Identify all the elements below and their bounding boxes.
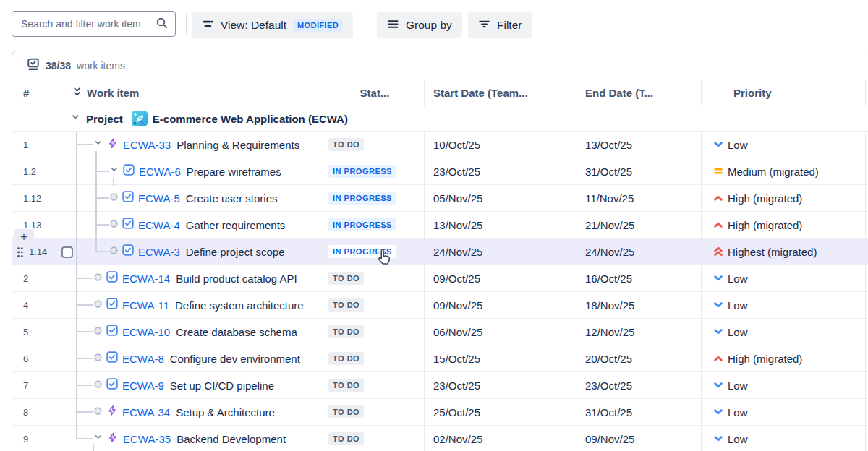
work-item-key-link[interactable]: ECWA-8 xyxy=(122,353,164,365)
status-cell[interactable]: TO DO xyxy=(325,265,424,291)
work-item-summary[interactable]: Create user stories xyxy=(186,192,278,205)
add-row-button[interactable]: + xyxy=(14,229,34,245)
status-cell[interactable]: TO DO xyxy=(325,292,424,318)
project-group-row[interactable]: Project E-commerce Web Application (ECWA… xyxy=(12,106,868,132)
status-badge[interactable]: TO DO xyxy=(328,325,364,338)
status-cell[interactable]: TO DO xyxy=(325,319,424,345)
status-cell[interactable]: TO DO xyxy=(325,426,424,451)
end-date-cell[interactable]: 12/Nov/25 xyxy=(576,319,701,345)
status-badge[interactable]: IN PROGRESS xyxy=(328,218,396,231)
work-item-key-link[interactable]: ECWA-5 xyxy=(138,192,180,205)
end-date-cell[interactable]: 20/Oct/25 xyxy=(576,345,701,371)
status-cell[interactable]: IN PROGRESS xyxy=(325,185,424,211)
work-item-summary[interactable]: Gather requirements xyxy=(186,219,286,231)
table-row[interactable]: 1.14ECWA-3Define project scopeIN PROGRES… xyxy=(12,239,868,265)
status-badge[interactable]: TO DO xyxy=(328,405,364,418)
status-cell[interactable]: IN PROGRESS xyxy=(325,158,424,184)
column-header-start-date[interactable]: Start Date (Team... xyxy=(424,80,576,106)
work-item-summary[interactable]: Prepare wireframes xyxy=(187,166,281,178)
status-badge[interactable]: TO DO xyxy=(328,272,364,285)
work-item-key-link[interactable]: ECWA-10 xyxy=(122,326,170,338)
work-item-key-link[interactable]: ECWA-6 xyxy=(139,166,181,178)
work-item-key-link[interactable]: ECWA-34 xyxy=(122,406,170,418)
column-header-end-date[interactable]: End Date (T... xyxy=(576,80,701,106)
priority-cell[interactable]: High (migrated) xyxy=(701,185,865,211)
end-date-cell[interactable]: 31/Oct/25 xyxy=(576,158,701,184)
status-badge[interactable]: TO DO xyxy=(328,432,364,445)
status-badge[interactable]: IN PROGRESS xyxy=(328,245,396,258)
priority-cell[interactable]: Low xyxy=(701,426,865,451)
end-date-cell[interactable]: 23/Oct/25 xyxy=(576,372,701,398)
status-cell[interactable]: IN PROGRESS xyxy=(325,239,424,265)
table-row[interactable]: 5ECWA-10Create database schemaTO DO06/No… xyxy=(12,319,868,345)
expander-chevron-down-icon[interactable] xyxy=(109,165,119,178)
priority-cell[interactable]: Low xyxy=(701,265,865,291)
start-date-cell[interactable]: 10/Oct/25 xyxy=(424,132,576,158)
start-date-cell[interactable]: 02/Nov/25 xyxy=(424,426,576,451)
search-input[interactable] xyxy=(21,18,156,30)
work-item-summary[interactable]: Create database schema xyxy=(176,326,297,338)
expander-chevron-down-icon[interactable] xyxy=(93,138,103,151)
work-item-key-link[interactable]: ECWA-35 xyxy=(123,433,171,445)
work-item-key-link[interactable]: ECWA-9 xyxy=(122,379,164,392)
end-date-cell[interactable]: 31/Oct/25 xyxy=(576,399,701,425)
start-date-cell[interactable]: 23/Oct/25 xyxy=(424,372,576,398)
priority-cell[interactable]: Low xyxy=(701,399,865,425)
column-header-status[interactable]: Stat... xyxy=(325,80,424,106)
row-select-checkbox[interactable] xyxy=(61,246,73,258)
status-badge[interactable]: TO DO xyxy=(328,138,364,151)
start-date-cell[interactable]: 05/Nov/25 xyxy=(424,185,576,211)
table-row[interactable]: 4ECWA-11Define system architectureTO DO0… xyxy=(12,292,868,319)
table-row[interactable]: 1.12ECWA-5Create user storiesIN PROGRESS… xyxy=(12,185,868,212)
start-date-cell[interactable]: 25/Oct/25 xyxy=(424,399,576,425)
priority-cell[interactable]: High (migrated) xyxy=(701,345,865,371)
status-cell[interactable]: IN PROGRESS xyxy=(325,212,424,238)
priority-cell[interactable]: Low xyxy=(701,132,865,158)
work-item-key-link[interactable]: ECWA-3 xyxy=(138,246,180,258)
work-item-key-link[interactable]: ECWA-14 xyxy=(122,272,170,285)
priority-cell[interactable]: Low xyxy=(701,372,865,398)
priority-cell[interactable]: Highest (migrated) xyxy=(701,239,865,265)
work-item-summary[interactable]: Backend Development xyxy=(176,433,286,445)
status-badge[interactable]: IN PROGRESS xyxy=(328,165,396,178)
status-badge[interactable]: IN PROGRESS xyxy=(328,192,396,205)
priority-cell[interactable]: Low xyxy=(701,292,865,318)
table-row[interactable]: 1ECWA-33Planning & RequirementsTO DO10/O… xyxy=(12,132,868,158)
collapse-all-icon[interactable] xyxy=(72,87,82,100)
column-header-priority[interactable]: Priority xyxy=(701,80,865,106)
start-date-cell[interactable]: 09/Nov/25 xyxy=(424,292,576,318)
priority-cell[interactable]: High (migrated) xyxy=(701,212,865,238)
project-expand-chevron-icon[interactable] xyxy=(70,112,81,126)
start-date-cell[interactable]: 23/Oct/25 xyxy=(424,158,576,184)
end-date-cell[interactable]: 24/Nov/25 xyxy=(576,239,701,265)
table-row[interactable]: 7ECWA-9Set up CI/CD pipelineTO DO23/Oct/… xyxy=(12,372,868,399)
end-date-cell[interactable]: 18/Nov/25 xyxy=(576,292,701,318)
search-box[interactable] xyxy=(12,11,176,37)
view-default-button[interactable]: View: Default MODIFIED xyxy=(192,12,353,38)
work-item-summary[interactable]: Planning & Requirements xyxy=(176,139,299,151)
start-date-cell[interactable]: 06/Nov/25 xyxy=(424,319,576,345)
table-row[interactable]: 6ECWA-8Configure dev environmentTO DO15/… xyxy=(12,345,868,372)
status-cell[interactable]: TO DO xyxy=(325,345,424,371)
table-row[interactable]: 1.2ECWA-6Prepare wireframesIN PROGRESS23… xyxy=(12,158,868,185)
start-date-cell[interactable]: 15/Oct/25 xyxy=(424,345,576,371)
table-row[interactable]: 8ECWA-34Setup & ArchitectureTO DO25/Oct/… xyxy=(12,399,868,426)
priority-cell[interactable]: Medium (migrated) xyxy=(701,158,865,184)
start-date-cell[interactable]: 09/Oct/25 xyxy=(424,265,576,291)
work-item-summary[interactable]: Set up CI/CD pipeline xyxy=(170,379,274,392)
expander-chevron-down-icon[interactable] xyxy=(93,432,103,445)
table-row[interactable]: 9ECWA-35Backend DevelopmentTO DO02/Nov/2… xyxy=(12,426,868,451)
end-date-cell[interactable]: 09/Nov/25 xyxy=(576,426,701,451)
work-item-summary[interactable]: Define system architecture xyxy=(175,299,304,312)
end-date-cell[interactable]: 11/Nov/25 xyxy=(576,185,701,211)
status-cell[interactable]: TO DO xyxy=(325,399,424,425)
work-item-summary[interactable]: Define project scope xyxy=(186,246,285,258)
priority-cell[interactable]: Low xyxy=(701,319,865,345)
filter-button[interactable]: Filter xyxy=(468,12,532,38)
status-cell[interactable]: TO DO xyxy=(325,372,424,398)
work-item-key-link[interactable]: ECWA-4 xyxy=(138,219,180,231)
start-date-cell[interactable]: 13/Nov/25 xyxy=(424,212,576,238)
work-item-summary[interactable]: Build product catalog API xyxy=(176,272,297,285)
work-item-key-link[interactable]: ECWA-11 xyxy=(122,299,169,312)
status-badge[interactable]: TO DO xyxy=(328,379,364,392)
